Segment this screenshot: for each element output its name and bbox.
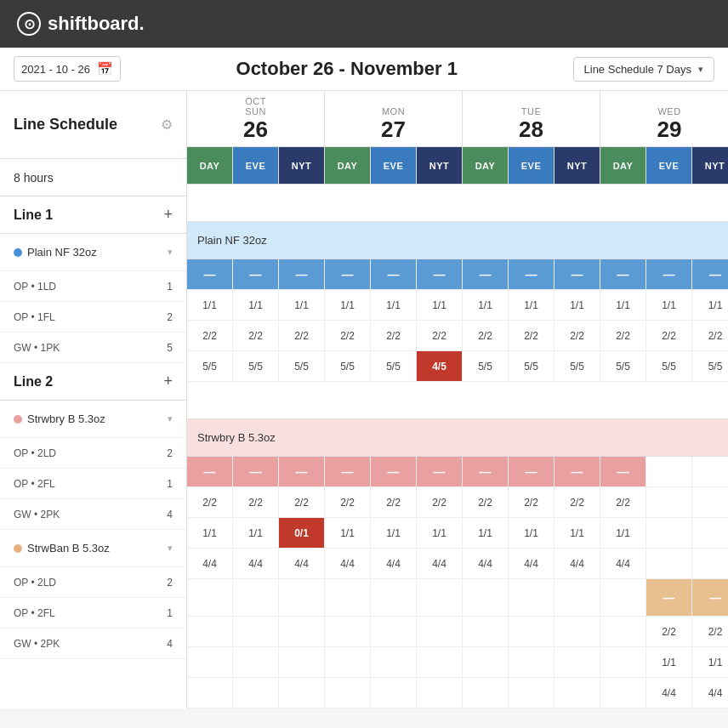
cell-1fl-28e[interactable]: 2/2 <box>509 321 555 350</box>
cell-1fl-29n[interactable]: 2/2 <box>692 321 728 350</box>
cell-2pk-s-26d[interactable]: 4/4 <box>187 549 233 578</box>
dash-pink-cell[interactable]: — <box>600 457 646 486</box>
cell-1ld-28n[interactable]: 1/1 <box>555 290 600 320</box>
dash-cell[interactable]: — <box>279 259 325 289</box>
cell-1ld-27d[interactable]: 1/1 <box>325 290 371 320</box>
cell-2ld-s-28e[interactable]: 2/2 <box>509 487 555 517</box>
cell-2pk-s-27n[interactable]: 4/4 <box>417 549 463 578</box>
cell-2pk-s-26n[interactable]: 4/4 <box>279 549 325 578</box>
cell-1ld-29d[interactable]: 1/1 <box>600 290 646 320</box>
cell-2ld-s-26d[interactable]: 2/2 <box>187 487 233 517</box>
cell-1ld-27e[interactable]: 1/1 <box>371 290 417 320</box>
product-strwban[interactable]: StrwBan B 5.3oz ▾ <box>0 530 186 567</box>
cell-1fl-26n[interactable]: 2/2 <box>279 321 325 350</box>
cell-1pk-27e[interactable]: 5/5 <box>371 351 417 381</box>
cell-2pk-s-28d[interactable]: 4/4 <box>463 549 509 578</box>
cell-2ld-s-29d[interactable]: 2/2 <box>600 487 646 517</box>
dash-peach-cell[interactable]: — <box>692 579 728 616</box>
dash-pink-cell[interactable]: — <box>463 457 509 486</box>
cell-1ld-26e[interactable]: 1/1 <box>233 290 279 320</box>
gear-icon[interactable]: ⚙ <box>161 117 173 133</box>
cell-2pk-b-29e[interactable]: 4/4 <box>646 678 692 708</box>
cell-2pk-s-28e[interactable]: 4/4 <box>509 549 555 578</box>
cell-2ld-b-29e[interactable]: 2/2 <box>646 617 692 646</box>
cell-2ld-s-28n[interactable]: 2/2 <box>555 487 600 517</box>
date-input[interactable]: 2021 - 10 - 26 📅 <box>14 56 121 82</box>
dash-pink-cell[interactable]: — <box>279 457 325 486</box>
cell-2fl-s-27n[interactable]: 1/1 <box>417 518 463 548</box>
dash-pink-cell[interactable]: — <box>371 457 417 486</box>
cell-2pk-s-27d[interactable]: 4/4 <box>325 549 371 578</box>
schedule-type-select[interactable]: Line Schedule 7 Days ▾ <box>573 57 714 82</box>
cell-1ld-28d[interactable]: 1/1 <box>463 290 509 320</box>
dash-pink-cell[interactable]: — <box>325 457 371 486</box>
cell-2ld-s-26n[interactable]: 2/2 <box>279 487 325 517</box>
cell-1fl-27e[interactable]: 2/2 <box>371 321 417 350</box>
cell-2fl-b-29e[interactable]: 1/1 <box>646 647 692 677</box>
dash-pink-cell[interactable]: — <box>509 457 555 486</box>
cell-2ld-s-28d[interactable]: 2/2 <box>463 487 509 517</box>
cell-2ld-s-27d[interactable]: 2/2 <box>325 487 371 517</box>
line-1-add-button[interactable]: + <box>163 206 173 224</box>
cell-1fl-28d[interactable]: 2/2 <box>463 321 509 350</box>
cell-2pk-b-29n[interactable]: 4/4 <box>692 678 728 708</box>
cell-1ld-26d[interactable]: 1/1 <box>187 290 233 320</box>
cell-1ld-27n[interactable]: 1/1 <box>417 290 463 320</box>
dash-pink-cell[interactable]: — <box>555 457 600 486</box>
dash-cell[interactable]: — <box>509 259 555 289</box>
cell-1pk-29d[interactable]: 5/5 <box>600 351 646 381</box>
cell-2pk-s-27e[interactable]: 4/4 <box>371 549 417 578</box>
dash-cell[interactable]: — <box>371 259 417 289</box>
cell-2ld-s-27e[interactable]: 2/2 <box>371 487 417 517</box>
cell-1pk-26e[interactable]: 5/5 <box>233 351 279 381</box>
dash-cell[interactable]: — <box>417 259 463 289</box>
cell-2pk-s-28n[interactable]: 4/4 <box>555 549 600 578</box>
cell-2fl-s-28n[interactable]: 1/1 <box>555 518 600 548</box>
cell-1fl-27n[interactable]: 2/2 <box>417 321 463 350</box>
cell-1fl-26d[interactable]: 2/2 <box>187 321 233 350</box>
dash-pink-cell[interactable]: — <box>187 457 233 486</box>
cell-1pk-27d[interactable]: 5/5 <box>325 351 371 381</box>
product-plain-nf[interactable]: Plain NF 32oz ▾ <box>0 234 186 271</box>
cell-1fl-29d[interactable]: 2/2 <box>600 321 646 350</box>
cell-1pk-29e[interactable]: 5/5 <box>646 351 692 381</box>
cell-2pk-s-29d[interactable]: 4/4 <box>600 549 646 578</box>
cell-1fl-29e[interactable]: 2/2 <box>646 321 692 350</box>
cell-2fl-s-28e[interactable]: 1/1 <box>509 518 555 548</box>
dash-peach-cell[interactable]: — <box>646 579 692 616</box>
dash-pink-cell[interactable]: — <box>417 457 463 486</box>
cell-1ld-26n[interactable]: 1/1 <box>279 290 325 320</box>
product-strwbry[interactable]: Strwbry B 5.3oz ▾ <box>0 401 186 438</box>
cell-1pk-28n[interactable]: 5/5 <box>555 351 600 381</box>
cell-1pk-29n[interactable]: 5/5 <box>692 351 728 381</box>
cell-1ld-28e[interactable]: 1/1 <box>509 290 555 320</box>
cell-1ld-29e[interactable]: 1/1 <box>646 290 692 320</box>
cell-2ld-s-27n[interactable]: 2/2 <box>417 487 463 517</box>
cell-1ld-29n[interactable]: 1/1 <box>692 290 728 320</box>
line-2-add-button[interactable]: + <box>163 373 173 390</box>
cell-2fl-s-26n[interactable]: 0/1 <box>279 518 325 548</box>
cell-2pk-s-26e[interactable]: 4/4 <box>233 549 279 578</box>
cell-2fl-s-29d[interactable]: 1/1 <box>600 518 646 548</box>
dash-cell[interactable]: — <box>233 259 279 289</box>
dash-cell[interactable]: — <box>692 259 728 289</box>
dash-cell[interactable]: — <box>463 259 509 289</box>
dash-pink-cell[interactable]: — <box>233 457 279 486</box>
dash-cell[interactable]: — <box>187 259 233 289</box>
cell-2ld-s-26e[interactable]: 2/2 <box>233 487 279 517</box>
cell-2fl-s-27e[interactable]: 1/1 <box>371 518 417 548</box>
cell-1pk-26d[interactable]: 5/5 <box>187 351 233 381</box>
dash-cell[interactable]: — <box>646 259 692 289</box>
cell-2ld-b-29n[interactable]: 2/2 <box>692 617 728 646</box>
cell-1pk-26n[interactable]: 5/5 <box>279 351 325 381</box>
cell-1pk-28e[interactable]: 5/5 <box>509 351 555 381</box>
cell-1fl-27d[interactable]: 2/2 <box>325 321 371 350</box>
cell-1fl-28n[interactable]: 2/2 <box>555 321 600 350</box>
dash-cell[interactable]: — <box>600 259 646 289</box>
dash-cell[interactable]: — <box>555 259 600 289</box>
cell-2fl-s-26e[interactable]: 1/1 <box>233 518 279 548</box>
cell-2fl-s-27d[interactable]: 1/1 <box>325 518 371 548</box>
cell-1fl-26e[interactable]: 2/2 <box>233 321 279 350</box>
cell-1pk-28d[interactable]: 5/5 <box>463 351 509 381</box>
cell-1pk-27n[interactable]: 4/5 <box>417 351 463 381</box>
